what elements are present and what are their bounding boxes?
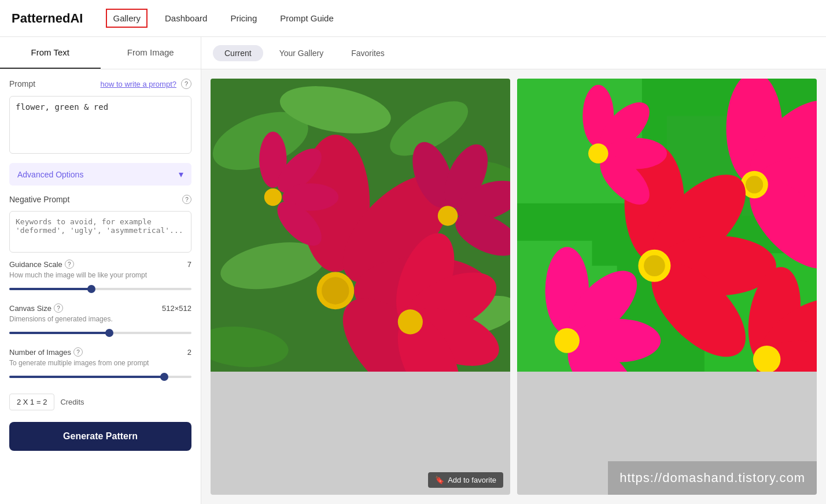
image-card-1: 🔖 Add to favorite [211, 79, 510, 495]
canvas-size-thumb[interactable] [105, 329, 113, 337]
images-grid: 🔖 Add to favorite [201, 69, 826, 504]
right-content: Current Your Gallery Favorites [201, 37, 826, 504]
tab-your-gallery[interactable]: Your Gallery [268, 45, 335, 61]
svg-point-57 [753, 346, 780, 372]
guidance-scale-thumb[interactable] [87, 285, 95, 293]
add-to-favorite-label: Add to favorite [448, 476, 496, 484]
flower-image-1 [211, 79, 510, 372]
guidance-scale-title: Guidance Scale ? [9, 260, 74, 269]
num-images-slider-track [9, 372, 191, 382]
canvas-size-slider-track [9, 328, 191, 338]
help-icon-negative[interactable]: ? [182, 195, 191, 204]
prompt-textarea[interactable]: flower, green & red [9, 96, 191, 154]
num-images-section: Number of Images ? 2 To generate multipl… [9, 347, 191, 384]
flower-image-2 [517, 79, 817, 372]
top-nav: PatternedAI Gallery Dashboard Pricing Pr… [0, 0, 826, 37]
nav-dashboard[interactable]: Dashboard [159, 10, 213, 27]
image-card-2: https://domashand.tistory.com [517, 79, 817, 495]
num-images-thumb[interactable] [160, 373, 168, 381]
svg-point-24 [398, 309, 423, 334]
help-icon-canvas[interactable]: ? [54, 303, 63, 313]
num-images-desc: To generate multiple images from one pro… [9, 359, 191, 367]
num-images-value: 2 [187, 348, 191, 357]
num-images-header: Number of Images ? 2 [9, 347, 191, 357]
sidebar-tabs: From Text From Image [0, 37, 201, 69]
svg-point-29 [438, 206, 458, 226]
svg-point-47 [644, 255, 665, 276]
guidance-scale-section: Guidance Scale ? 7 How much the image wi… [9, 260, 191, 297]
guidance-scale-slider-track [9, 284, 191, 294]
guidance-scale-header: Guidance Scale ? 7 [9, 260, 191, 269]
generate-pattern-button[interactable]: Generate Pattern [9, 422, 191, 451]
canvas-size-value: 512×512 [162, 304, 191, 313]
bookmark-icon-1: 🔖 [435, 476, 444, 484]
tab-from-text[interactable]: From Text [0, 37, 101, 69]
watermark: https://domashand.tistory.com [608, 461, 817, 495]
guidance-scale-value: 7 [187, 260, 191, 269]
prompt-link[interactable]: how to write a prompt? [100, 80, 176, 88]
tab-from-image[interactable]: From Image [101, 37, 201, 69]
tab-current[interactable]: Current [213, 45, 263, 61]
canvas-size-title: Canvas Size ? [9, 303, 63, 313]
credits-formula: 2 X 1 = 2 [9, 394, 54, 410]
chevron-down-icon: ▾ [179, 169, 183, 180]
num-images-title: Number of Images ? [9, 347, 83, 357]
advanced-options-label: Advanced Options [17, 170, 83, 179]
logo: PatternedAI [12, 11, 83, 26]
credits-row: 2 X 1 = 2 Credits [9, 394, 191, 410]
negative-prompt-label: Negative Prompt [9, 195, 69, 204]
svg-point-14 [322, 277, 349, 304]
canvas-size-section: Canvas Size ? 512×512 Dimensions of gene… [9, 303, 191, 340]
svg-point-41 [746, 176, 763, 193]
nav-pricing[interactable]: Pricing [224, 10, 263, 27]
help-icon-guidance[interactable]: ? [65, 260, 74, 269]
canvas-size-header: Canvas Size ? 512×512 [9, 303, 191, 313]
sidebar: From Text From Image Prompt how to write… [0, 37, 201, 504]
guidance-scale-desc: How much the image will be like your pro… [9, 271, 191, 279]
credits-label: Credits [60, 398, 84, 406]
help-icon-prompt[interactable]: ? [181, 79, 191, 89]
svg-point-19 [264, 188, 282, 206]
prompt-label: Prompt [9, 79, 35, 88]
sidebar-content: Prompt how to write a prompt? ? flower, … [0, 69, 201, 504]
content-tabs: Current Your Gallery Favorites [201, 37, 826, 69]
svg-point-62 [588, 143, 609, 164]
nav-prompt-guide[interactable]: Prompt Guide [274, 10, 340, 27]
advanced-options-bar[interactable]: Advanced Options ▾ [9, 163, 191, 186]
main-layout: From Text From Image Prompt how to write… [0, 37, 826, 504]
help-icon-images[interactable]: ? [73, 347, 83, 357]
negative-prompt-label-row: Negative Prompt ? [9, 195, 191, 204]
prompt-label-row: Prompt how to write a prompt? ? [9, 79, 191, 89]
add-to-favorite-btn-1[interactable]: 🔖 Add to favorite [428, 472, 503, 488]
canvas-size-desc: Dimensions of generated images. [9, 315, 191, 323]
nav-gallery[interactable]: Gallery [106, 9, 148, 28]
negative-prompt-textarea[interactable] [9, 211, 191, 253]
tab-favorites[interactable]: Favorites [340, 45, 396, 61]
svg-point-52 [555, 328, 580, 353]
